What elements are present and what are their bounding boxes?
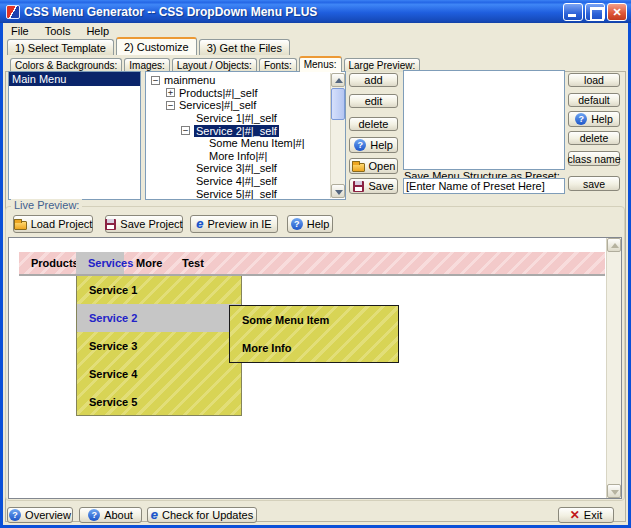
internet-explorer-icon: e [196,218,203,230]
open-folder-icon [14,221,27,230]
tab-colors-backgrounds[interactable]: Colors & Backgrounds: [10,58,122,72]
preview-menu-test[interactable]: Test [170,252,212,274]
preview-item-service-1[interactable]: Service 1 [77,276,241,304]
tree-row[interactable]: More Info|#| [149,150,329,163]
button-label: Load Project [31,218,93,230]
menu-file[interactable]: File [3,24,37,38]
menu-bar: File Tools Help [3,23,628,38]
preview-item-service-4[interactable]: Service 4 [77,360,241,388]
tree-row[interactable]: Service 1|#|_self [149,112,329,125]
about-button[interactable]: ? About [79,507,142,523]
scroll-down-button[interactable] [607,484,621,498]
preset-help-button[interactable]: ? Help [568,111,620,127]
tree-label: Some Menu Item|#| [209,137,305,149]
button-label: Open [369,160,396,172]
preset-delete-button[interactable]: delete [568,131,620,145]
button-label: Save Project [120,218,182,230]
check-for-updates-button[interactable]: e Check for Updates [147,507,257,523]
scroll-up-button[interactable] [331,73,345,87]
menu-listbox[interactable]: Main Menu [8,71,141,200]
preset-listbox[interactable] [403,70,565,170]
tree-label: More Info|#| [209,150,267,162]
list-item-main-menu[interactable]: Main Menu [9,72,140,86]
tab-customize[interactable]: 2) Customize [116,37,197,55]
preview-item-some-menu-item[interactable]: Some Menu Item [230,306,398,334]
preset-name-input[interactable] [403,178,565,194]
collapse-icon[interactable] [181,126,190,135]
preview-in-ie-button[interactable]: e Preview in IE [190,215,278,233]
preview-item-service-3[interactable]: Service 3 [77,332,241,360]
help-icon: ? [354,139,366,151]
save-button[interactable]: Save [349,178,398,194]
scroll-thumb[interactable] [331,88,345,120]
overview-button[interactable]: ? Overview [7,507,73,523]
tab-select-template[interactable]: 1) Select Template [7,39,114,55]
preset-class-name-button[interactable]: class name [568,151,620,166]
tree-row[interactable]: Service 3|#|_self [149,162,329,175]
help-icon: ? [575,113,587,125]
help-icon: ? [291,218,303,230]
scroll-up-button[interactable] [607,238,621,252]
load-project-button[interactable]: Load Project [13,215,93,233]
open-button[interactable]: Open [349,158,398,174]
preset-save-button[interactable]: save [568,176,620,191]
tree-row[interactable]: Some Menu Item|#| [149,137,329,150]
sub-tab-strip: Colors & Backgrounds: Images: Layout / O… [10,56,422,72]
help-icon: ? [88,509,100,521]
tab-get-the-files[interactable]: 3) Get the Files [199,39,290,55]
collapse-icon[interactable] [151,76,160,85]
tree-row[interactable]: Service 5|#|_self [149,187,329,199]
maximize-button[interactable] [585,3,605,21]
preview-dropdown: Service 1 Service 2 Service 3 Service 4 … [76,276,242,416]
tree-row[interactable]: mainmenu [149,74,329,87]
delete-button[interactable]: delete [349,117,398,131]
help-button[interactable]: ? Help [349,137,398,153]
tree-row[interactable]: Services|#|_self [149,99,329,112]
preview-item-more-info[interactable]: More Info [230,334,398,362]
preset-load-button[interactable]: load [568,73,620,87]
tab-layout-objects[interactable]: Layout / Objects: [172,58,257,72]
help-icon: ? [9,509,21,521]
tab-fonts[interactable]: Fonts: [259,58,297,72]
tree-row[interactable]: Products|#|_self [149,87,329,100]
add-button[interactable]: add [349,73,398,87]
preview-item-service-2[interactable]: Service 2 [77,304,241,332]
preview-menu-more[interactable]: More [124,252,170,274]
menu-help[interactable]: Help [78,24,117,38]
scroll-down-icon [611,490,619,495]
collapse-icon[interactable] [166,101,175,110]
button-label: About [104,509,133,521]
tree-scrollbar[interactable] [330,73,345,198]
preview-item-service-5[interactable]: Service 5 [77,388,241,416]
preview-menu-services[interactable]: Services [76,252,124,274]
edit-button[interactable]: edit [349,94,398,108]
tab-menus[interactable]: Menus: [299,56,342,72]
tree-label: Services|#|_self [179,99,256,111]
expand-icon[interactable] [166,88,175,97]
scroll-down-icon [335,190,343,195]
tree-row[interactable]: Service 4|#|_self [149,175,329,188]
minimize-button[interactable] [563,3,583,21]
menu-structure-tree[interactable]: mainmenu Products|#|_self Services|#|_se… [145,71,346,200]
title-bar: CSS Menu Generator -- CSS DropDown Menu … [0,0,631,23]
tree-label: Service 4|#|_self [196,175,277,187]
tab-images[interactable]: Images: [124,58,170,72]
save-project-button[interactable]: Save Project [105,215,183,233]
preset-default-button[interactable]: default [568,93,620,107]
exit-x-icon: ✕ [570,509,580,521]
window-title: CSS Menu Generator -- CSS DropDown Menu … [24,5,561,19]
preview-scrollbar[interactable] [606,238,621,498]
close-button[interactable]: ✕ [607,3,627,21]
preview-help-button[interactable]: ? Help [287,215,333,233]
tree-label: Service 5|#|_self [196,188,277,199]
tree-row-selected[interactable]: Service 2|#|_self [149,124,329,137]
exit-button[interactable]: ✕ Exit [558,507,614,523]
scroll-down-button[interactable] [331,184,345,198]
close-icon: ✕ [608,4,626,20]
preview-menu-products[interactable]: Products [19,252,76,274]
menu-tools[interactable]: Tools [37,24,79,38]
tree-label: Service 3|#|_self [196,162,277,174]
open-folder-icon [352,163,365,172]
button-label: Preview in IE [208,218,272,230]
tree-label: Products|#|_self [179,87,257,99]
